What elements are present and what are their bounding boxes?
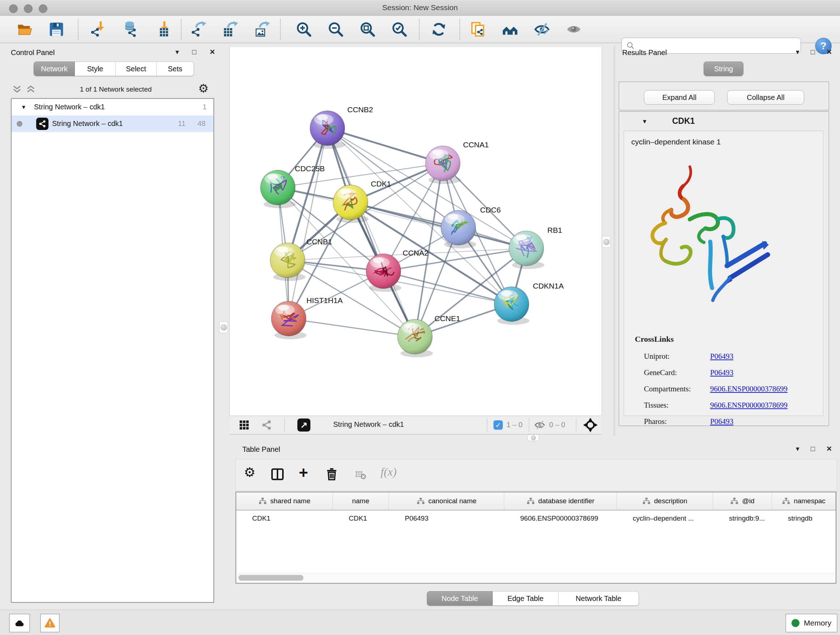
close-panel-icon[interactable]: ✕	[210, 49, 215, 55]
network-node-cdkn1a[interactable]	[494, 287, 530, 325]
collapse-all-icon[interactable]	[12, 85, 22, 93]
import-network-from-database-button[interactable]	[121, 21, 139, 38]
tissues-link[interactable]: 9606.ENSP00000378699	[710, 401, 788, 409]
cloud-status-button[interactable]	[9, 614, 30, 632]
export-network-button[interactable]	[190, 21, 207, 38]
network-node-ccna2[interactable]	[366, 254, 401, 292]
bottom-splitter-handle[interactable]	[527, 434, 539, 441]
memory-status-button[interactable]: Memory	[785, 614, 837, 632]
tab-node-table[interactable]: Node Table	[427, 591, 493, 606]
network-edge[interactable]	[289, 128, 327, 318]
table-horizontal-scrollbar[interactable]	[237, 573, 835, 582]
table-row[interactable]: CDK1CDK1P064939606.ENSP00000378699cyclin…	[236, 510, 836, 526]
table-cell[interactable]: CDK1	[236, 515, 333, 523]
first-neighbors-button[interactable]	[501, 21, 519, 38]
genecard-link[interactable]: P06493	[710, 368, 733, 377]
zoom-selected-button[interactable]	[391, 21, 408, 38]
close-panel-icon[interactable]: ✕	[826, 49, 832, 55]
tab-edge-table[interactable]: Edge Table	[493, 591, 559, 606]
import-table-from-file-button[interactable]	[153, 21, 171, 38]
table-options-gear-icon[interactable]: ⚙	[244, 466, 256, 479]
table-cell[interactable]: CDK1	[333, 515, 389, 523]
column-header-description[interactable]: description	[617, 492, 713, 510]
entry-gene-name: CDK1	[672, 116, 695, 126]
network-overview-share-icon[interactable]	[261, 420, 272, 431]
zoom-out-button[interactable]	[327, 21, 344, 38]
column-header--id[interactable]: @id	[713, 492, 772, 510]
export-table-button[interactable]	[222, 21, 239, 38]
zoom-in-button[interactable]	[295, 21, 313, 38]
right-splitter-handle[interactable]	[602, 236, 611, 248]
network-node-hist1h1a[interactable]	[271, 301, 307, 339]
collapse-all-button[interactable]: Collapse All	[727, 90, 804, 105]
add-column-plus-icon[interactable]: +	[299, 464, 308, 482]
scrollbar-thumb[interactable]	[238, 575, 303, 581]
column-header-shared-name[interactable]: shared name	[236, 492, 333, 510]
float-panel-icon[interactable]: □	[811, 49, 815, 55]
panel-menu-icon[interactable]: ▾	[796, 445, 799, 452]
network-node-cdk1[interactable]	[333, 185, 369, 223]
column-header-canonical-name[interactable]: canonical name	[389, 492, 504, 510]
tab-select[interactable]: Select	[116, 62, 156, 76]
network-options-gear-icon[interactable]: ⚙	[198, 82, 209, 94]
refresh-icon	[431, 21, 447, 37]
export-image-button[interactable]	[254, 21, 271, 38]
network-row-selected[interactable]: String Network – cdk1 11 48	[11, 116, 213, 132]
column-header-name[interactable]: name	[333, 492, 389, 510]
delete-column-trash-icon[interactable]	[325, 467, 339, 481]
network-node-ccna1[interactable]	[425, 146, 461, 184]
tab-style[interactable]: Style	[75, 62, 116, 76]
network-canvas[interactable]: CCNB2CCNA1CDC25BCDK1CDC6RB1CCNB1CCNA2CDK…	[229, 47, 602, 416]
network-node-ccnb2[interactable]	[310, 111, 346, 149]
birds-eye-view-button[interactable]: ↗	[297, 418, 310, 432]
tab-sets[interactable]: Sets	[156, 62, 194, 76]
pharos-link[interactable]: P06493	[710, 417, 733, 426]
network-graph[interactable]: CCNB2CCNA1CDC25BCDK1CDC6RB1CCNB1CCNA2CDK…	[230, 47, 602, 416]
left-splitter-handle[interactable]	[219, 321, 228, 333]
hide-selected-button[interactable]	[533, 21, 551, 38]
uniprot-link[interactable]: P06493	[710, 352, 733, 361]
tab-network-table[interactable]: Network Table	[559, 591, 639, 606]
tree-expander-icon[interactable]: ▼	[21, 104, 27, 110]
float-panel-icon[interactable]: □	[192, 49, 196, 55]
network-node-cdc6[interactable]	[441, 211, 477, 249]
float-panel-icon[interactable]: □	[811, 445, 815, 452]
table-cell[interactable]: cyclin–dependent ...	[617, 515, 713, 523]
network-node-cdc25b[interactable]	[261, 170, 296, 208]
panel-menu-icon[interactable]: ▾	[796, 49, 799, 55]
import-network-from-file-button[interactable]	[89, 21, 107, 38]
expand-all-icon[interactable]	[26, 85, 35, 93]
network-node-ccne1[interactable]	[398, 319, 433, 357]
entry-expander-icon[interactable]: ▼	[642, 119, 647, 125]
network-edge[interactable]	[289, 318, 415, 337]
refresh-view-button[interactable]	[430, 21, 447, 38]
column-header-database-identifier[interactable]: database identifier	[504, 492, 617, 510]
table-cell[interactable]: stringdb	[772, 515, 836, 523]
warnings-button[interactable]	[40, 614, 60, 632]
clone-network-button[interactable]	[470, 21, 487, 38]
grid-view-icon[interactable]	[239, 420, 249, 431]
network-edge[interactable]	[327, 128, 415, 337]
show-all-button[interactable]	[565, 21, 583, 38]
open-session-button[interactable]	[16, 21, 33, 38]
close-panel-icon[interactable]: ✕	[826, 445, 832, 452]
column-header-namespac[interactable]: namespac	[772, 492, 836, 510]
table-cell[interactable]: 9606.ENSP00000378699	[504, 515, 617, 523]
expand-all-button[interactable]: Expand All	[644, 90, 715, 105]
tab-network[interactable]: Network	[34, 62, 75, 76]
zoom-fit-button[interactable]	[359, 21, 376, 38]
save-session-button[interactable]	[48, 21, 65, 38]
network-label: String Network – cdk1	[52, 119, 123, 128]
tab-string[interactable]: String	[704, 62, 744, 76]
table-cell[interactable]: stringdb:9...	[713, 515, 772, 523]
panel-menu-icon[interactable]: ▾	[175, 49, 179, 55]
crosshair-icon[interactable]	[583, 418, 598, 432]
show-columns-icon[interactable]	[271, 467, 284, 481]
compartments-link[interactable]: 9606.ENSP00000378699	[710, 385, 788, 393]
network-collection-row[interactable]: ▼ String Network – cdk1 1	[11, 99, 213, 116]
network-node-ccnb1[interactable]	[270, 243, 306, 281]
selected-indicator-checkbox[interactable]: ✓	[493, 420, 503, 430]
table-cell[interactable]: P06493	[389, 515, 504, 523]
network-node-rb1[interactable]	[509, 231, 545, 269]
column-type-icon	[642, 497, 651, 505]
